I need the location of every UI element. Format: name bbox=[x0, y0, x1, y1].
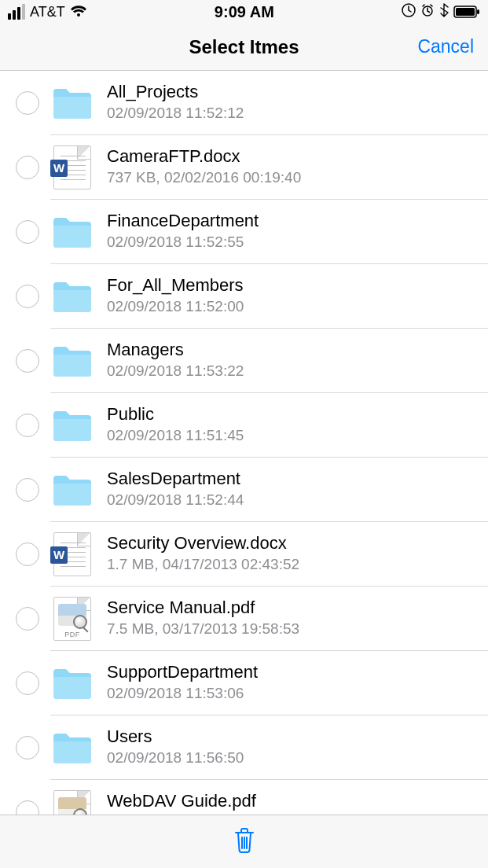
select-checkbox[interactable] bbox=[16, 349, 39, 373]
battery-icon bbox=[453, 6, 480, 18]
select-checkbox[interactable] bbox=[16, 285, 39, 308]
item-text: For_All_Members02/09/2018 11:52:00 bbox=[107, 275, 244, 317]
list-item[interactable]: WSecurity Overview.docx1.7 MB, 04/17/201… bbox=[0, 522, 488, 586]
list-item[interactable]: For_All_Members02/09/2018 11:52:00 bbox=[0, 264, 488, 328]
item-subtitle: 02/09/2018 11:51:45 bbox=[107, 426, 244, 446]
item-name: Public bbox=[107, 404, 244, 425]
status-right bbox=[402, 3, 480, 21]
item-name: SupportDepartment bbox=[107, 662, 258, 682]
carrier-label: AT&T bbox=[30, 4, 65, 20]
folder-icon bbox=[52, 275, 93, 318]
item-subtitle: 02/09/2018 11:52:55 bbox=[107, 233, 259, 252]
signal-icon bbox=[8, 4, 25, 20]
item-name: FinanceDepartment bbox=[107, 211, 259, 231]
word-doc-icon: W bbox=[52, 146, 93, 189]
word-doc-icon: W bbox=[52, 533, 93, 576]
cancel-button[interactable]: Cancel bbox=[417, 36, 474, 57]
list-item[interactable]: SalesDepartment02/09/2018 11:52:44 bbox=[0, 458, 488, 521]
select-checkbox[interactable] bbox=[16, 156, 39, 179]
select-checkbox[interactable] bbox=[16, 671, 39, 695]
list-item[interactable]: Users02/09/2018 11:56:50 bbox=[0, 715, 488, 779]
item-list[interactable]: All_Projects02/09/2018 11:52:12WCameraFT… bbox=[0, 71, 488, 815]
select-checkbox[interactable] bbox=[16, 478, 39, 502]
list-item[interactable]: PDFWebDAV Guide.pdf25.3 MB, 03/17/2013 1… bbox=[0, 780, 488, 815]
bluetooth-icon bbox=[439, 3, 449, 21]
list-item[interactable]: FinanceDepartment02/09/2018 11:52:55 bbox=[0, 200, 488, 263]
item-text: SalesDepartment02/09/2018 11:52:44 bbox=[107, 469, 244, 510]
pdf-icon: PDF bbox=[52, 598, 93, 640]
alarm-icon bbox=[420, 3, 435, 21]
select-checkbox[interactable] bbox=[16, 736, 39, 760]
item-name: Service Manual.pdf bbox=[107, 598, 299, 618]
item-name: All_Projects bbox=[107, 82, 244, 102]
pdf-icon: PDF bbox=[52, 791, 93, 815]
status-bar: AT&T 9:09 AM bbox=[0, 0, 488, 24]
item-subtitle: 02/09/2018 11:53:22 bbox=[107, 362, 244, 381]
item-subtitle: 02/09/2018 11:52:00 bbox=[107, 297, 244, 317]
item-name: Security Overview.docx bbox=[107, 533, 299, 554]
item-text: SupportDepartment02/09/2018 11:53:06 bbox=[107, 662, 258, 704]
page-title: Select Itmes bbox=[189, 36, 299, 58]
item-text: Public02/09/2018 11:51:45 bbox=[107, 404, 244, 446]
item-text: CameraFTP.docx737 KB, 02/02/2016 00:19:4… bbox=[107, 146, 301, 188]
item-text: Security Overview.docx1.7 MB, 04/17/2013… bbox=[107, 533, 299, 575]
item-text: FinanceDepartment02/09/2018 11:52:55 bbox=[107, 211, 259, 252]
select-checkbox[interactable] bbox=[16, 607, 39, 631]
folder-icon bbox=[52, 469, 93, 511]
bottom-toolbar bbox=[0, 815, 488, 868]
item-name: Managers bbox=[107, 340, 244, 360]
select-checkbox[interactable] bbox=[16, 414, 39, 437]
item-text: Service Manual.pdf7.5 MB, 03/17/2013 19:… bbox=[107, 598, 299, 639]
list-item[interactable]: All_Projects02/09/2018 11:52:12 bbox=[0, 71, 488, 134]
svg-rect-3 bbox=[456, 8, 475, 16]
list-item[interactable]: Managers02/09/2018 11:53:22 bbox=[0, 329, 488, 392]
list-item[interactable]: Public02/09/2018 11:51:45 bbox=[0, 393, 488, 457]
item-name: For_All_Members bbox=[107, 275, 244, 296]
folder-icon bbox=[52, 662, 93, 704]
select-checkbox[interactable] bbox=[16, 91, 39, 115]
nav-bar: Select Itmes Cancel bbox=[0, 24, 488, 71]
list-item[interactable]: WCameraFTP.docx737 KB, 02/02/2016 00:19:… bbox=[0, 135, 488, 199]
orientation-lock-icon bbox=[402, 3, 416, 21]
item-text: WebDAV Guide.pdf25.3 MB, 03/17/2013 19:5… bbox=[107, 791, 308, 815]
folder-icon bbox=[52, 726, 93, 769]
list-item[interactable]: PDFService Manual.pdf7.5 MB, 03/17/2013 … bbox=[0, 587, 488, 650]
item-subtitle: 02/09/2018 11:52:44 bbox=[107, 491, 244, 510]
select-checkbox[interactable] bbox=[16, 800, 39, 815]
item-subtitle: 02/09/2018 11:53:06 bbox=[107, 684, 258, 704]
folder-icon bbox=[52, 340, 93, 382]
list-item[interactable]: SupportDepartment02/09/2018 11:53:06 bbox=[0, 651, 488, 715]
item-subtitle: 1.7 MB, 04/17/2013 02:43:52 bbox=[107, 555, 299, 575]
svg-rect-4 bbox=[477, 9, 479, 14]
status-left: AT&T bbox=[8, 4, 87, 20]
select-checkbox[interactable] bbox=[16, 220, 39, 244]
status-time: 9:09 AM bbox=[215, 3, 274, 21]
select-checkbox[interactable] bbox=[16, 542, 39, 566]
item-subtitle: 7.5 MB, 03/17/2013 19:58:53 bbox=[107, 620, 299, 639]
wifi-icon bbox=[70, 6, 87, 18]
item-text: All_Projects02/09/2018 11:52:12 bbox=[107, 82, 244, 123]
item-subtitle: 02/09/2018 11:56:50 bbox=[107, 748, 244, 768]
trash-button[interactable] bbox=[233, 826, 256, 858]
folder-icon bbox=[52, 82, 93, 124]
item-name: WebDAV Guide.pdf bbox=[107, 791, 308, 811]
folder-icon bbox=[52, 404, 93, 447]
item-subtitle: 02/09/2018 11:52:12 bbox=[107, 104, 244, 123]
item-text: Users02/09/2018 11:56:50 bbox=[107, 726, 244, 768]
folder-icon bbox=[52, 211, 93, 253]
item-name: SalesDepartment bbox=[107, 469, 244, 489]
item-name: Users bbox=[107, 726, 244, 747]
item-text: Managers02/09/2018 11:53:22 bbox=[107, 340, 244, 381]
item-subtitle: 737 KB, 02/02/2016 00:19:40 bbox=[107, 168, 301, 188]
item-name: CameraFTP.docx bbox=[107, 146, 301, 167]
